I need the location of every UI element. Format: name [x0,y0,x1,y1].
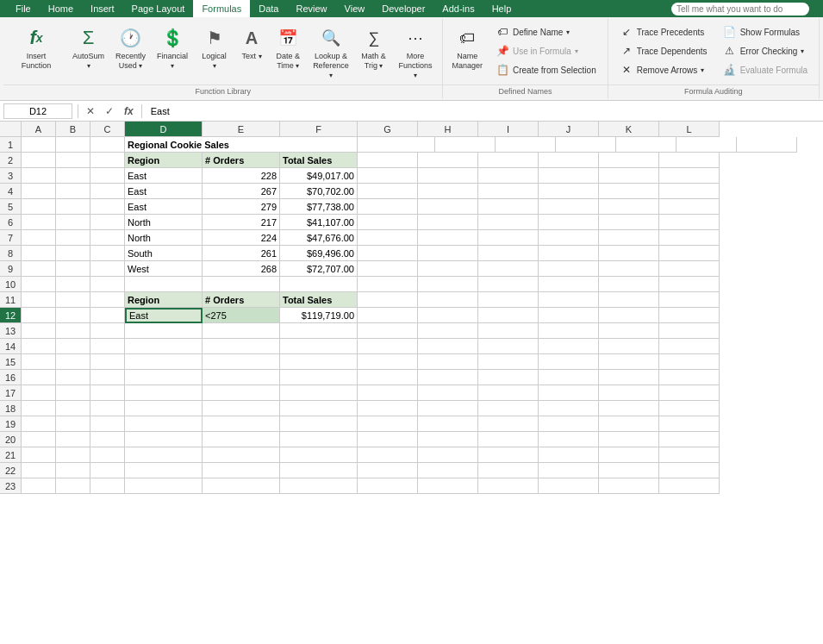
cell-e10[interactable] [203,277,280,292]
cell-b8[interactable] [56,246,90,261]
cell-h6[interactable] [418,215,478,230]
tab-page-layout[interactable]: Page Layout [123,0,194,17]
cell-h2[interactable] [418,153,478,168]
cell-j7[interactable] [539,230,599,246]
cell-l2[interactable] [659,153,720,168]
cell-h12[interactable] [418,308,478,323]
cell-k7[interactable] [599,230,659,246]
cell-b11[interactable] [56,292,90,308]
recently-used-button[interactable]: 🕐 RecentlyUsed ▾ [111,21,150,83]
cell-i6[interactable] [478,215,539,230]
cell-c5[interactable] [90,199,125,215]
cell-j10[interactable] [539,277,599,292]
row-header-7[interactable]: 7 [0,230,22,246]
cell-b10[interactable] [56,277,90,292]
cell-j9[interactable] [539,261,599,277]
row-header-11[interactable]: 11 [0,292,22,308]
cell-f10[interactable] [280,277,358,292]
cell-i9[interactable] [478,261,539,277]
cell-d5[interactable]: East [125,199,203,215]
cell-i10[interactable] [478,277,539,292]
cell-f8[interactable]: $69,496.00 [280,246,358,261]
cell-f5[interactable]: $77,738.00 [280,199,358,215]
autosum-button[interactable]: Σ AutoSum ▾ [65,21,111,83]
cell-b9[interactable] [56,261,90,277]
cell-d1[interactable]: Regional Cookie Sales [125,137,358,153]
tab-home[interactable]: Home [40,0,82,17]
cell-i7[interactable] [478,230,539,246]
cell-k10[interactable] [599,277,659,292]
cell-f1[interactable] [358,137,435,153]
cell-g9[interactable] [358,261,418,277]
cell-k2[interactable] [599,153,659,168]
cell-a12[interactable] [22,308,56,323]
cell-g1[interactable] [435,137,496,153]
cell-l7[interactable] [659,230,720,246]
cell-g10[interactable] [358,277,418,292]
cell-l11[interactable] [659,292,720,308]
cell-j11[interactable] [539,292,599,308]
cell-d2[interactable]: Region [125,153,203,168]
cell-b6[interactable] [56,215,90,230]
logical-button[interactable]: ⚑ Logical ▾ [195,21,234,83]
cell-e11[interactable]: # Orders [203,292,280,308]
cell-e12[interactable]: <275 [203,308,280,323]
cell-d8[interactable]: South [125,246,203,261]
confirm-icon[interactable]: ✓ [103,104,116,118]
row-header-3[interactable]: 3 [0,168,22,184]
cell-e7[interactable]: 224 [203,230,280,246]
text-button[interactable]: A Text ▾ [234,21,270,83]
math-trig-button[interactable]: ∑ Math &Trig ▾ [356,21,392,83]
row-header-2[interactable]: 2 [0,153,22,168]
cell-a1[interactable] [22,137,56,153]
cell-a3[interactable] [22,168,56,184]
cell-h3[interactable] [418,168,478,184]
cell-c12[interactable] [90,308,125,323]
col-header-f[interactable]: F [280,122,358,137]
cell-reference-input[interactable] [3,103,72,119]
financial-button[interactable]: 💲 Financial ▾ [150,21,195,83]
cell-j12[interactable] [539,308,599,323]
tab-add-ins[interactable]: Add-ins [433,0,483,17]
tab-review[interactable]: Review [287,0,335,17]
cell-l9[interactable] [659,261,720,277]
cell-j2[interactable] [539,153,599,168]
cell-d3[interactable]: East [125,168,203,184]
col-header-h[interactable]: H [418,122,478,137]
cell-l8[interactable] [659,246,720,261]
cell-a6[interactable] [22,215,56,230]
cell-a10[interactable] [22,277,56,292]
cell-f9[interactable]: $72,707.00 [280,261,358,277]
cell-h4[interactable] [418,184,478,199]
cell-e4[interactable]: 267 [203,184,280,199]
cell-g8[interactable] [358,246,418,261]
tab-data[interactable]: Data [250,0,287,17]
cell-a7[interactable] [22,230,56,246]
cell-j3[interactable] [539,168,599,184]
row-header-13[interactable]: 13 [0,323,22,339]
tell-me-input[interactable] [671,3,809,16]
insert-function-small-icon[interactable]: fx [122,104,136,118]
cell-h11[interactable] [418,292,478,308]
cell-k11[interactable] [599,292,659,308]
row-header-4[interactable]: 4 [0,184,22,199]
cell-d10[interactable] [125,277,203,292]
row-header-12[interactable]: 12 [0,308,22,323]
cell-k9[interactable] [599,261,659,277]
row-header-10[interactable]: 10 [0,277,22,292]
cell-k12[interactable] [599,308,659,323]
cell-a2[interactable] [22,153,56,168]
cell-g3[interactable] [358,168,418,184]
cell-c2[interactable] [90,153,125,168]
cell-c10[interactable] [90,277,125,292]
cell-e6[interactable]: 217 [203,215,280,230]
cell-g7[interactable] [358,230,418,246]
cell-l4[interactable] [659,184,720,199]
error-checking-button[interactable]: ⚠ Error Checking ▾ [719,41,812,60]
cell-i4[interactable] [478,184,539,199]
cell-c1[interactable] [90,137,125,153]
cell-e9[interactable]: 268 [203,261,280,277]
cell-c11[interactable] [90,292,125,308]
cell-h7[interactable] [418,230,478,246]
cell-h10[interactable] [418,277,478,292]
